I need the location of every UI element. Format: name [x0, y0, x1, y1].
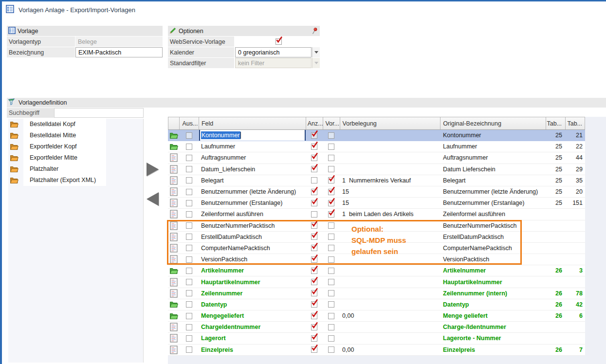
col-header-anz[interactable]: Anz...	[306, 117, 323, 129]
anz-checkbox[interactable]	[311, 211, 317, 218]
feld-cell[interactable]: Zeilennummer	[199, 288, 306, 299]
anz-checkbox[interactable]	[311, 335, 317, 342]
aus-checkbox[interactable]	[186, 144, 192, 150]
aus-checkbox[interactable]	[186, 324, 192, 330]
vor-checkbox[interactable]	[328, 189, 334, 195]
feld-cell[interactable]: Benutzernummer (Erstanlage)	[199, 198, 306, 208]
aus-checkbox[interactable]	[186, 313, 192, 319]
vor-checkbox[interactable]	[328, 155, 334, 161]
aus-checkbox[interactable]	[186, 132, 192, 139]
feld-cell[interactable]: Laufnummer	[199, 141, 306, 152]
aus-checkbox[interactable]	[186, 268, 192, 274]
anz-checkbox[interactable]	[311, 166, 317, 172]
vor-checkbox[interactable]	[328, 290, 334, 296]
aus-checkbox[interactable]	[186, 211, 192, 218]
vor-checkbox[interactable]	[328, 144, 334, 150]
table-row[interactable]: AuftragsnummerAuftragsnummer2544	[168, 152, 585, 164]
feld-cell[interactable]: Hauptartikelnummer	[199, 276, 306, 287]
aus-checkbox[interactable]	[186, 290, 192, 296]
table-row[interactable]: Datum_LieferscheinDatum Lieferschein2529	[168, 164, 585, 175]
aus-checkbox[interactable]	[186, 155, 192, 161]
table-row[interactable]: Mengegeliefert0,00Menge geliefert266	[168, 310, 585, 322]
vor-checkbox[interactable]	[328, 211, 334, 218]
table-row[interactable]: DatentypDatentyp2642	[168, 299, 585, 310]
table-row[interactable]: Benutzernummer (letzte Änderung)15Benutz…	[168, 186, 585, 198]
anz-checkbox[interactable]	[311, 155, 317, 161]
aus-checkbox[interactable]	[186, 335, 192, 342]
pin-icon[interactable]	[312, 27, 317, 36]
col-header-tab1[interactable]: Tab...	[546, 117, 566, 129]
sidebar-item-folder[interactable]: Platzhalter (Export XML)	[8, 175, 143, 186]
col-header-vor[interactable]: Vor...	[323, 117, 340, 129]
aus-checkbox[interactable]	[186, 200, 192, 206]
sidebar-item-folder[interactable]: Exportfelder Kopf	[8, 141, 143, 152]
feld-cell[interactable]: Mengegeliefert	[199, 310, 306, 321]
anz-checkbox[interactable]	[311, 313, 317, 319]
vor-checkbox[interactable]	[328, 301, 334, 308]
anz-checkbox[interactable]	[311, 189, 317, 195]
col-header-tab2[interactable]: Tab...	[566, 117, 585, 129]
anz-checkbox[interactable]	[311, 132, 317, 139]
feld-cell[interactable]: Benutzernummer (letzte Änderung)	[199, 186, 306, 197]
col-header-feld[interactable]: Feld	[199, 117, 306, 129]
anz-checkbox[interactable]	[311, 177, 317, 183]
vor-checkbox[interactable]	[328, 313, 334, 319]
vor-checkbox[interactable]	[328, 324, 334, 330]
table-row[interactable]: ZeilennummerZeilennummer (intern)2678	[168, 288, 585, 299]
anz-checkbox[interactable]	[311, 144, 317, 150]
feld-cell[interactable]: Auftragsnummer	[199, 152, 306, 163]
kalender-select[interactable]: 0 gregorianisch	[235, 47, 312, 57]
move-right-button[interactable]	[147, 163, 159, 176]
table-row[interactable]: ArtikelnummerArtikelnummer263	[168, 265, 585, 276]
aus-checkbox[interactable]	[186, 301, 192, 308]
vor-checkbox[interactable]	[328, 200, 334, 206]
feld-cell[interactable]: Zeilenformel ausführen	[199, 209, 306, 219]
col-header-original-bezeichnung[interactable]: Original-Bezeichnung	[441, 117, 546, 129]
vor-checkbox[interactable]	[328, 177, 334, 183]
sidebar-item-folder[interactable]: Exportfelder Mitte	[8, 152, 143, 164]
table-row[interactable]: Benutzernummer (Erstanlage)15Benutzernum…	[168, 198, 585, 209]
sidebar-item-folder[interactable]: Bestelldatei Mitte	[8, 130, 143, 141]
aus-checkbox[interactable]	[186, 166, 192, 172]
feld-cell[interactable]: Datentyp	[199, 299, 306, 310]
vor-checkbox[interactable]	[328, 279, 334, 285]
aus-checkbox[interactable]	[186, 189, 192, 195]
vor-checkbox[interactable]	[328, 268, 334, 274]
col-header-aus[interactable]: Aus...	[180, 117, 199, 129]
sidebar-item-folder[interactable]: Platzhalter	[8, 164, 143, 175]
vor-checkbox[interactable]	[328, 166, 334, 172]
col-header-icon[interactable]	[168, 117, 180, 129]
vor-checkbox[interactable]	[328, 335, 334, 342]
anz-checkbox[interactable]	[311, 268, 317, 274]
table-row[interactable]: LagerortLagerorte - Nummer	[168, 333, 585, 344]
table-row[interactable]: LaufnummerLaufnummer2522	[168, 141, 585, 152]
col-header-vorbelegung[interactable]: Vorbelegung	[340, 117, 441, 129]
anz-checkbox[interactable]	[311, 324, 317, 330]
bezeichnung-input[interactable]: EXIM-Packtisch	[75, 47, 163, 57]
feld-cell[interactable]: Lagerort	[199, 333, 306, 344]
table-row[interactable]: HauptartikelnummerHauptartikelnummer	[168, 276, 585, 288]
anz-checkbox[interactable]	[311, 200, 317, 206]
feld-cell[interactable]: Einzelpreis	[199, 345, 306, 355]
aus-checkbox[interactable]	[186, 346, 192, 353]
anz-checkbox[interactable]	[311, 279, 317, 285]
vor-checkbox[interactable]	[328, 346, 334, 353]
vor-checkbox[interactable]	[328, 132, 334, 139]
table-row[interactable]: KontonummerKontonummer2521	[168, 130, 585, 141]
anz-checkbox[interactable]	[311, 290, 317, 296]
table-row[interactable]: Einzelpreis0,00Einzelpreis267	[168, 345, 585, 356]
webservice-checkbox[interactable]	[275, 38, 282, 45]
table-row[interactable]: ChargeldentnummerCharge-/Identnummer	[168, 322, 585, 333]
kalender-dropdown-button[interactable]	[312, 47, 320, 57]
feld-edit-input[interactable]: Kontonummer	[199, 130, 306, 141]
move-left-button[interactable]	[147, 192, 159, 206]
feld-cell[interactable]: Kontonummer	[199, 130, 306, 141]
table-row[interactable]: Zeilenformel ausführen1 beim Laden des A…	[168, 209, 585, 220]
table-row[interactable]: Belegart1 Nummernkreis VerkaufBelegart25…	[168, 175, 585, 186]
aus-checkbox[interactable]	[186, 279, 192, 285]
feld-cell[interactable]: Chargeldentnummer	[199, 322, 306, 332]
feld-cell[interactable]: Datum_Lieferschein	[199, 164, 306, 175]
feld-cell[interactable]: Belegart	[199, 175, 306, 186]
feld-cell[interactable]: Artikelnummer	[199, 265, 306, 276]
sidebar-item-folder[interactable]: Bestelldatei Kopf	[8, 119, 143, 130]
